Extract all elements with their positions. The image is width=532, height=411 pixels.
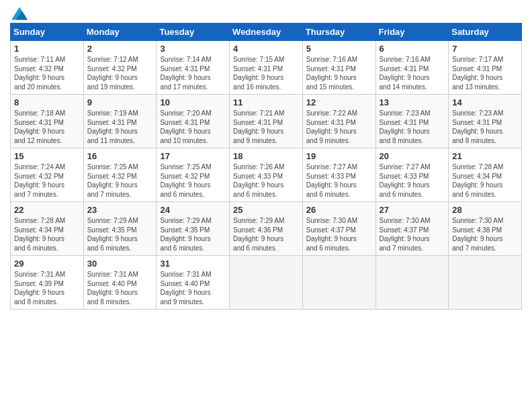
page-header xyxy=(10,7,522,17)
day-number: 9 xyxy=(87,97,153,107)
logo-icon xyxy=(11,7,28,20)
day-info: Sunrise: 7:31 AM Sunset: 4:40 PM Dayligh… xyxy=(160,270,226,306)
calendar-cell: 27Sunrise: 7:30 AM Sunset: 4:37 PM Dayli… xyxy=(375,202,449,256)
day-info: Sunrise: 7:30 AM Sunset: 4:37 PM Dayligh… xyxy=(306,216,372,253)
day-number: 7 xyxy=(452,44,518,54)
day-info: Sunrise: 7:25 AM Sunset: 4:32 PM Dayligh… xyxy=(160,163,226,199)
logo xyxy=(10,7,28,17)
day-info: Sunrise: 7:31 AM Sunset: 4:40 PM Dayligh… xyxy=(87,270,153,306)
col-header-monday: Monday xyxy=(83,24,157,41)
col-header-wednesday: Wednesday xyxy=(230,24,303,41)
day-info: Sunrise: 7:14 AM Sunset: 4:31 PM Dayligh… xyxy=(160,55,226,91)
day-number: 16 xyxy=(87,151,153,161)
day-number: 23 xyxy=(87,205,153,215)
day-info: Sunrise: 7:31 AM Sunset: 4:39 PM Dayligh… xyxy=(14,270,80,306)
calendar-cell: 19Sunrise: 7:27 AM Sunset: 4:33 PM Dayli… xyxy=(302,148,375,202)
col-header-tuesday: Tuesday xyxy=(157,24,230,41)
calendar-cell xyxy=(375,256,449,310)
day-number: 20 xyxy=(380,151,445,161)
day-number: 24 xyxy=(160,205,226,215)
calendar-cell: 20Sunrise: 7:27 AM Sunset: 4:33 PM Dayli… xyxy=(375,148,449,202)
calendar-cell: 9Sunrise: 7:19 AM Sunset: 4:31 PM Daylig… xyxy=(83,95,157,148)
calendar-week-1: 1Sunrise: 7:11 AM Sunset: 4:32 PM Daylig… xyxy=(11,41,522,95)
calendar-cell: 28Sunrise: 7:30 AM Sunset: 4:38 PM Dayli… xyxy=(449,202,522,256)
day-number: 30 xyxy=(87,259,153,269)
day-info: Sunrise: 7:27 AM Sunset: 4:33 PM Dayligh… xyxy=(380,163,445,199)
calendar-cell: 1Sunrise: 7:11 AM Sunset: 4:32 PM Daylig… xyxy=(11,41,84,95)
day-info: Sunrise: 7:28 AM Sunset: 4:34 PM Dayligh… xyxy=(14,216,80,253)
calendar-cell: 25Sunrise: 7:29 AM Sunset: 4:36 PM Dayli… xyxy=(230,202,303,256)
day-info: Sunrise: 7:16 AM Sunset: 4:31 PM Dayligh… xyxy=(380,55,445,91)
day-number: 11 xyxy=(233,97,299,107)
day-number: 14 xyxy=(452,97,518,107)
day-info: Sunrise: 7:25 AM Sunset: 4:32 PM Dayligh… xyxy=(87,163,153,199)
day-info: Sunrise: 7:11 AM Sunset: 4:32 PM Dayligh… xyxy=(14,55,80,91)
calendar-week-4: 22Sunrise: 7:28 AM Sunset: 4:34 PM Dayli… xyxy=(11,202,522,256)
calendar-cell: 24Sunrise: 7:29 AM Sunset: 4:35 PM Dayli… xyxy=(157,202,230,256)
calendar-cell xyxy=(302,256,375,310)
calendar-week-3: 15Sunrise: 7:24 AM Sunset: 4:32 PM Dayli… xyxy=(11,148,522,202)
day-number: 17 xyxy=(160,151,226,161)
calendar-cell: 21Sunrise: 7:28 AM Sunset: 4:34 PM Dayli… xyxy=(449,148,522,202)
day-info: Sunrise: 7:30 AM Sunset: 4:37 PM Dayligh… xyxy=(380,216,445,253)
day-info: Sunrise: 7:12 AM Sunset: 4:32 PM Dayligh… xyxy=(87,55,153,91)
day-number: 29 xyxy=(14,259,80,269)
calendar-cell: 23Sunrise: 7:29 AM Sunset: 4:35 PM Dayli… xyxy=(83,202,157,256)
calendar-cell: 16Sunrise: 7:25 AM Sunset: 4:32 PM Dayli… xyxy=(83,148,157,202)
calendar-cell: 29Sunrise: 7:31 AM Sunset: 4:39 PM Dayli… xyxy=(11,256,84,310)
day-info: Sunrise: 7:21 AM Sunset: 4:31 PM Dayligh… xyxy=(233,109,299,145)
calendar-cell: 22Sunrise: 7:28 AM Sunset: 4:34 PM Dayli… xyxy=(11,202,84,256)
day-number: 4 xyxy=(233,44,299,54)
day-info: Sunrise: 7:16 AM Sunset: 4:31 PM Dayligh… xyxy=(306,55,372,91)
day-number: 6 xyxy=(380,44,445,54)
calendar-cell: 8Sunrise: 7:18 AM Sunset: 4:31 PM Daylig… xyxy=(11,95,84,148)
day-number: 31 xyxy=(160,259,226,269)
calendar-cell: 2Sunrise: 7:12 AM Sunset: 4:32 PM Daylig… xyxy=(83,41,157,95)
calendar-cell: 12Sunrise: 7:22 AM Sunset: 4:31 PM Dayli… xyxy=(302,95,375,148)
day-info: Sunrise: 7:18 AM Sunset: 4:31 PM Dayligh… xyxy=(14,109,80,145)
day-number: 2 xyxy=(87,44,153,54)
day-number: 1 xyxy=(14,44,80,54)
calendar-week-5: 29Sunrise: 7:31 AM Sunset: 4:39 PM Dayli… xyxy=(11,256,522,310)
day-info: Sunrise: 7:28 AM Sunset: 4:34 PM Dayligh… xyxy=(452,163,518,199)
calendar-cell: 4Sunrise: 7:15 AM Sunset: 4:31 PM Daylig… xyxy=(230,41,303,95)
calendar-cell: 10Sunrise: 7:20 AM Sunset: 4:31 PM Dayli… xyxy=(157,95,230,148)
calendar-cell: 14Sunrise: 7:23 AM Sunset: 4:31 PM Dayli… xyxy=(449,95,522,148)
day-info: Sunrise: 7:29 AM Sunset: 4:35 PM Dayligh… xyxy=(160,216,226,253)
day-number: 27 xyxy=(380,205,445,215)
day-info: Sunrise: 7:24 AM Sunset: 4:32 PM Dayligh… xyxy=(14,163,80,199)
calendar-cell: 30Sunrise: 7:31 AM Sunset: 4:40 PM Dayli… xyxy=(83,256,157,310)
calendar-cell xyxy=(230,256,303,310)
calendar-week-2: 8Sunrise: 7:18 AM Sunset: 4:31 PM Daylig… xyxy=(11,95,522,148)
day-number: 5 xyxy=(306,44,372,54)
day-info: Sunrise: 7:23 AM Sunset: 4:31 PM Dayligh… xyxy=(452,109,518,145)
day-number: 28 xyxy=(452,205,518,215)
calendar-cell: 6Sunrise: 7:16 AM Sunset: 4:31 PM Daylig… xyxy=(375,41,449,95)
day-number: 15 xyxy=(14,151,80,161)
day-info: Sunrise: 7:20 AM Sunset: 4:31 PM Dayligh… xyxy=(160,109,226,145)
day-info: Sunrise: 7:29 AM Sunset: 4:35 PM Dayligh… xyxy=(87,216,153,253)
col-header-thursday: Thursday xyxy=(302,24,375,41)
calendar-cell: 26Sunrise: 7:30 AM Sunset: 4:37 PM Dayli… xyxy=(302,202,375,256)
day-info: Sunrise: 7:15 AM Sunset: 4:31 PM Dayligh… xyxy=(233,55,299,91)
day-number: 10 xyxy=(160,97,226,107)
col-header-saturday: Saturday xyxy=(449,24,522,41)
day-number: 21 xyxy=(452,151,518,161)
calendar-cell: 13Sunrise: 7:23 AM Sunset: 4:31 PM Dayli… xyxy=(375,95,449,148)
calendar-cell: 15Sunrise: 7:24 AM Sunset: 4:32 PM Dayli… xyxy=(11,148,84,202)
day-number: 13 xyxy=(380,97,445,107)
day-info: Sunrise: 7:19 AM Sunset: 4:31 PM Dayligh… xyxy=(87,109,153,145)
calendar-cell: 3Sunrise: 7:14 AM Sunset: 4:31 PM Daylig… xyxy=(157,41,230,95)
col-header-friday: Friday xyxy=(375,24,449,41)
day-number: 25 xyxy=(233,205,299,215)
calendar-cell: 7Sunrise: 7:17 AM Sunset: 4:31 PM Daylig… xyxy=(449,41,522,95)
calendar-cell xyxy=(449,256,522,310)
calendar-cell: 18Sunrise: 7:26 AM Sunset: 4:33 PM Dayli… xyxy=(230,148,303,202)
day-number: 3 xyxy=(160,44,226,54)
day-info: Sunrise: 7:27 AM Sunset: 4:33 PM Dayligh… xyxy=(306,163,372,199)
day-info: Sunrise: 7:17 AM Sunset: 4:31 PM Dayligh… xyxy=(452,55,518,91)
day-info: Sunrise: 7:30 AM Sunset: 4:38 PM Dayligh… xyxy=(452,216,518,253)
day-number: 18 xyxy=(233,151,299,161)
day-number: 12 xyxy=(306,97,372,107)
day-info: Sunrise: 7:23 AM Sunset: 4:31 PM Dayligh… xyxy=(380,109,445,145)
